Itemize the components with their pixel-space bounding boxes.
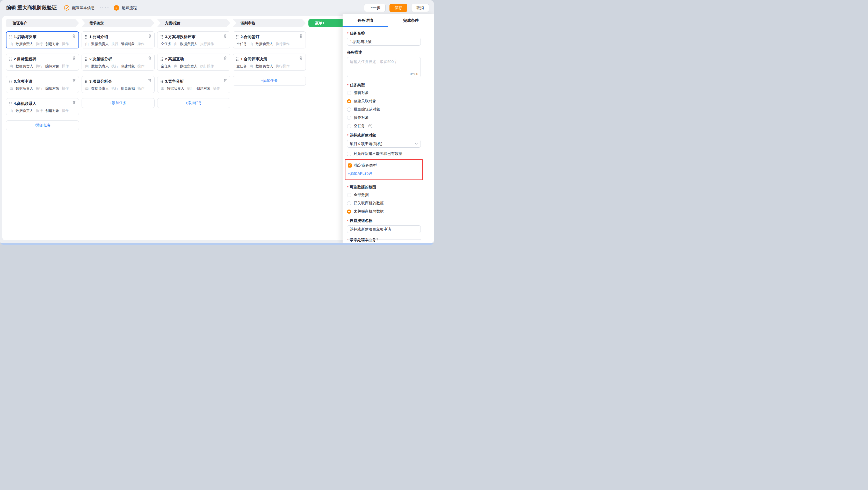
- task-meta-item: 执行操作: [200, 64, 214, 69]
- drag-handle-icon[interactable]: [236, 35, 239, 39]
- drag-handle-icon[interactable]: [9, 80, 12, 83]
- task-card-meta: 由数据负责人执行创建对象操作: [85, 64, 151, 69]
- radio-icon: [347, 91, 351, 95]
- biz-type-checkbox[interactable]: ✓ 指定业务类型: [348, 163, 420, 168]
- delete-task-icon[interactable]: [223, 56, 227, 60]
- stage-header[interactable]: 方案/报价: [157, 19, 230, 27]
- save-button[interactable]: 保存: [390, 4, 407, 12]
- drag-handle-icon[interactable]: [9, 102, 12, 106]
- delete-task-icon[interactable]: [299, 34, 303, 38]
- object-select-label: * 选择或新建对象: [347, 133, 421, 138]
- allow-new-only-checkbox[interactable]: 只允许新建不能关联已有数据: [347, 151, 421, 156]
- task-card-meta: 由数据负责人执行编辑对象操作: [9, 64, 75, 69]
- delete-task-icon[interactable]: [148, 34, 152, 38]
- add-task-button[interactable]: +添加任务: [82, 98, 155, 108]
- task-card[interactable]: 3.项目分析会由数据负责人执行批量编辑操作: [82, 76, 155, 93]
- task-meta-item: 数据负责人: [16, 86, 33, 91]
- task-card[interactable]: 3.竞争分析由数据负责人执行创建对象操作: [157, 76, 230, 93]
- radio-option-label: 操作对象: [354, 115, 369, 120]
- task-card-title: 3.方案与投标评审: [165, 34, 195, 39]
- task-card[interactable]: 2.目标里程碑由数据负责人执行编辑对象操作: [6, 54, 79, 71]
- radio-option[interactable]: 全部数据: [347, 192, 421, 197]
- required-asterisk: *: [347, 219, 348, 223]
- tab-task-details[interactable]: 任务详情: [343, 14, 388, 27]
- object-select[interactable]: 项目立项申请(商机): [347, 140, 421, 148]
- task-card-title: 1.启动与决策: [14, 34, 36, 39]
- add-task-button[interactable]: +添加任务: [233, 76, 306, 86]
- task-card-meta: 由数据负责人执行创建对象操作: [160, 86, 227, 91]
- task-meta-item: 执行操作: [276, 64, 290, 69]
- task-name-label: * 任务名称: [347, 31, 421, 36]
- drag-handle-icon[interactable]: [85, 35, 87, 39]
- radio-option[interactable]: 空任务?: [347, 124, 421, 128]
- delete-task-icon[interactable]: [299, 56, 303, 60]
- task-meta-item: 数据负责人: [91, 86, 109, 91]
- radio-option-label: 全部数据: [354, 192, 369, 197]
- task-card[interactable]: 1.启动与决策由数据负责人执行创建对象操作: [6, 31, 79, 49]
- task-meta-item: 数据负责人: [16, 42, 33, 47]
- radio-option[interactable]: 已关联商机的数据: [347, 201, 421, 206]
- delete-task-icon[interactable]: [223, 34, 227, 38]
- button-name-input[interactable]: [347, 225, 421, 233]
- delete-task-icon[interactable]: [72, 34, 75, 38]
- help-icon[interactable]: ?: [368, 124, 372, 128]
- delete-task-icon[interactable]: [148, 79, 152, 82]
- task-card[interactable]: 4.商机联系人由数据负责人执行创建对象操作: [6, 98, 79, 115]
- task-meta-item: 空任务: [161, 42, 172, 47]
- previous-step-button[interactable]: 上一步: [364, 4, 386, 12]
- tab-completion-conditions[interactable]: 完成条件: [388, 14, 434, 27]
- task-card-title: 1.公司介绍: [89, 34, 108, 39]
- drag-handle-icon[interactable]: [160, 80, 163, 83]
- drag-handle-icon[interactable]: [9, 35, 12, 39]
- required-asterisk: *: [347, 83, 348, 87]
- stage-header[interactable]: 需求确定: [82, 19, 155, 27]
- task-card-meta: 空任务由数据负责人执行操作: [160, 64, 227, 69]
- task-card[interactable]: 2.高层互动空任务由数据负责人执行操作: [157, 54, 230, 71]
- drag-handle-icon[interactable]: [236, 57, 239, 61]
- chevron-down-icon: [415, 143, 418, 145]
- required-asterisk: *: [347, 31, 348, 35]
- task-card-title: 1.合同评审决策: [241, 57, 267, 62]
- delete-task-icon[interactable]: [72, 101, 76, 104]
- cancel-button[interactable]: 取消: [411, 4, 429, 12]
- task-card[interactable]: 3.立项申请由数据负责人执行编辑对象操作: [6, 76, 79, 93]
- add-task-button[interactable]: +添加任务: [157, 98, 230, 108]
- add-task-button[interactable]: +添加任务: [6, 120, 79, 130]
- task-card[interactable]: 1.公司介绍由数据负责人执行编辑对象操作: [82, 31, 155, 49]
- task-card[interactable]: 2.合同签订空任务由数据负责人执行操作: [233, 31, 306, 49]
- radio-option[interactable]: 未关联商机的数据: [347, 209, 421, 214]
- delete-task-icon[interactable]: [72, 56, 76, 60]
- stage-header[interactable]: 谈判审核: [233, 19, 306, 27]
- drag-handle-icon[interactable]: [85, 80, 87, 83]
- add-apl-code-link[interactable]: +添加APL代码: [348, 171, 372, 176]
- task-meta-item: 数据负责人: [256, 64, 273, 69]
- radio-option[interactable]: 操作对象: [347, 115, 421, 120]
- radio-option[interactable]: 创建关联对象: [347, 99, 421, 103]
- delete-task-icon[interactable]: [72, 79, 76, 82]
- drag-handle-icon[interactable]: [160, 35, 163, 39]
- task-name-input[interactable]: [347, 38, 421, 45]
- drag-handle-icon[interactable]: [9, 57, 12, 61]
- step-indicator: 配置基本信息 2 配置流程: [64, 5, 137, 11]
- task-meta-item: 操作: [62, 86, 69, 91]
- radio-option[interactable]: 编辑对象: [347, 90, 421, 95]
- task-card[interactable]: 3.方案与投标评审空任务由数据负责人执行操作: [157, 31, 230, 49]
- delete-task-icon[interactable]: [223, 79, 227, 82]
- task-card[interactable]: 2.决策链分析由数据负责人执行创建对象操作: [82, 54, 155, 71]
- task-meta-item: 由: [9, 42, 13, 47]
- task-meta-item: 数据负责人: [180, 64, 197, 69]
- radio-icon: [347, 116, 351, 120]
- task-card[interactable]: 1.合同评审决策空任务由数据负责人执行操作: [233, 54, 306, 71]
- radio-icon: [347, 124, 351, 128]
- required-asterisk: *: [347, 133, 348, 137]
- task-meta-item: 操作: [213, 86, 220, 91]
- task-meta-item: 数据负责人: [16, 109, 33, 113]
- delete-task-icon[interactable]: [148, 56, 152, 60]
- task-meta-item: 空任务: [237, 64, 247, 69]
- drag-handle-icon[interactable]: [85, 57, 87, 61]
- task-meta-item: 执行: [36, 64, 43, 69]
- drag-handle-icon[interactable]: [160, 57, 163, 61]
- stage-header[interactable]: 验证客户: [6, 19, 79, 27]
- radio-option[interactable]: 批量编辑从对象: [347, 107, 421, 112]
- radio-icon: [347, 99, 351, 103]
